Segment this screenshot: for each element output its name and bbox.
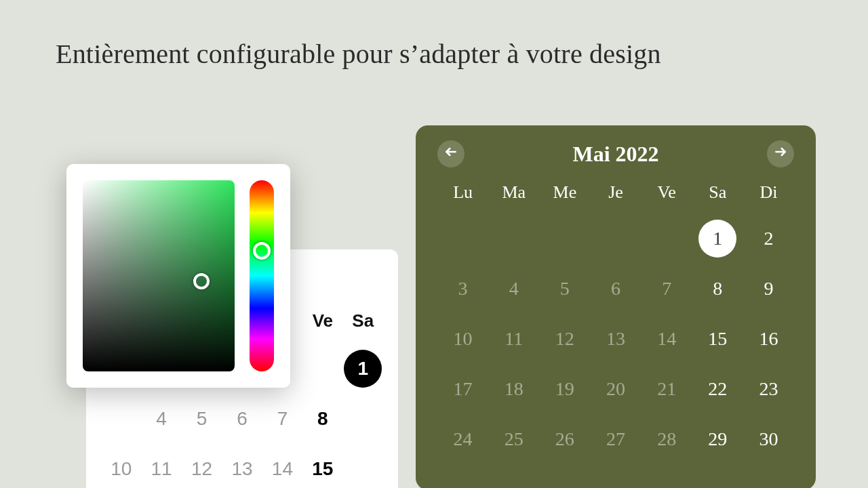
weekday-label: Me (539, 182, 590, 214)
calendar-day[interactable]: 17 (437, 370, 488, 408)
color-picker-hue-handle[interactable] (253, 242, 271, 260)
weekday-label: Sa (343, 310, 383, 344)
calendar-day[interactable]: 7 (262, 400, 302, 438)
calendar-week-row: 10111213141516 (437, 314, 794, 364)
calendar-week-row: 45678 (101, 394, 383, 444)
color-picker-hue-slider[interactable] (250, 180, 274, 371)
weekday-label: Ma (488, 182, 539, 214)
calendar-day[interactable]: 10 (101, 450, 141, 488)
calendar-day[interactable]: 27 (590, 420, 641, 458)
weekday-label: Je (590, 182, 641, 214)
calendar-week-row: 3456789 (437, 264, 794, 314)
calendar-day (642, 220, 692, 258)
calendar-day[interactable]: 12 (182, 450, 222, 488)
calendar-day[interactable]: 15 (692, 320, 743, 358)
calendar-month-title: Mai 2022 (572, 142, 658, 167)
calendar-day[interactable]: 14 (642, 320, 692, 358)
calendar-day (343, 400, 383, 438)
calendar-dark-grid: 1234567891011121314151617181920212223242… (437, 214, 794, 464)
calendar-week-row: 12 (437, 214, 794, 264)
calendar-day[interactable]: 21 (642, 370, 692, 408)
calendar-day[interactable]: 28 (642, 420, 692, 458)
calendar-day[interactable]: 5 (182, 400, 222, 438)
calendar-day[interactable]: 20 (590, 370, 641, 408)
calendar-week-row: 24252627282930 (437, 414, 794, 464)
calendar-day[interactable]: 14 (262, 450, 302, 488)
calendar-day[interactable]: 13 (222, 450, 262, 488)
calendar-day[interactable]: 12 (539, 320, 590, 358)
weekday-label: Sa (692, 182, 743, 214)
calendar-day[interactable]: 30 (743, 420, 794, 458)
calendar-day[interactable]: 22 (692, 370, 743, 408)
calendar-day[interactable]: 4 (488, 270, 539, 308)
calendar-week-row: 101112131415 (101, 444, 383, 488)
weekday-label: Lu (437, 182, 488, 214)
calendar-day (302, 350, 342, 388)
calendar-day[interactable]: 23 (743, 370, 794, 408)
calendar-day[interactable]: 15 (302, 450, 342, 488)
calendar-dark-weekdays: LuMaMeJeVeSaDi (437, 182, 794, 214)
calendar-day (539, 220, 590, 258)
prev-month-button[interactable] (437, 140, 465, 167)
calendar-day[interactable]: 10 (437, 320, 488, 358)
calendar-day[interactable]: 5 (539, 270, 590, 308)
calendar-day[interactable]: 18 (488, 370, 539, 408)
calendar-day (590, 220, 641, 258)
calendar-day[interactable]: 13 (590, 320, 641, 358)
color-picker-saturation-area[interactable] (83, 180, 235, 371)
calendar-day[interactable]: 26 (539, 420, 590, 458)
arrow-right-icon (774, 145, 787, 163)
calendar-day[interactable]: 16 (743, 320, 794, 358)
calendar-day[interactable]: 9 (743, 270, 794, 308)
calendar-day[interactable]: 7 (642, 270, 692, 308)
calendar-day[interactable]: 8 (692, 270, 743, 308)
calendar-dark: Mai 2022 LuMaMeJeVeSaDi 1234567891011121… (416, 125, 816, 488)
calendar-day[interactable]: 19 (539, 370, 590, 408)
calendar-day[interactable]: 24 (437, 420, 488, 458)
calendar-day[interactable]: 6 (590, 270, 641, 308)
calendar-day (101, 400, 141, 438)
weekday-label: Ve (642, 182, 692, 214)
calendar-day[interactable]: 8 (302, 400, 342, 438)
weekday-label: Di (743, 182, 794, 214)
calendar-day (343, 450, 383, 488)
color-picker-sv-handle[interactable] (193, 273, 210, 289)
calendar-day[interactable]: 29 (692, 420, 743, 458)
calendar-day-selected[interactable]: 1 (692, 220, 743, 258)
calendar-day[interactable]: 11 (141, 450, 181, 488)
calendar-day[interactable]: 11 (488, 320, 539, 358)
next-month-button[interactable] (767, 140, 794, 167)
calendar-day[interactable]: 2 (743, 220, 794, 258)
calendar-day[interactable]: 3 (437, 270, 488, 308)
arrow-left-icon (444, 145, 458, 163)
calendar-day[interactable]: 4 (141, 400, 181, 438)
calendar-week-row: 17181920212223 (437, 364, 794, 414)
calendar-day-selected[interactable]: 1 (343, 350, 383, 388)
calendar-day (437, 220, 488, 258)
page-title: Entièrement configurable pour s’adapter … (56, 38, 661, 70)
color-picker (66, 164, 290, 388)
calendar-day[interactable]: 6 (222, 400, 262, 438)
weekday-label: Ve (302, 310, 342, 344)
calendar-day[interactable]: 25 (488, 420, 539, 458)
calendar-day (488, 220, 539, 258)
